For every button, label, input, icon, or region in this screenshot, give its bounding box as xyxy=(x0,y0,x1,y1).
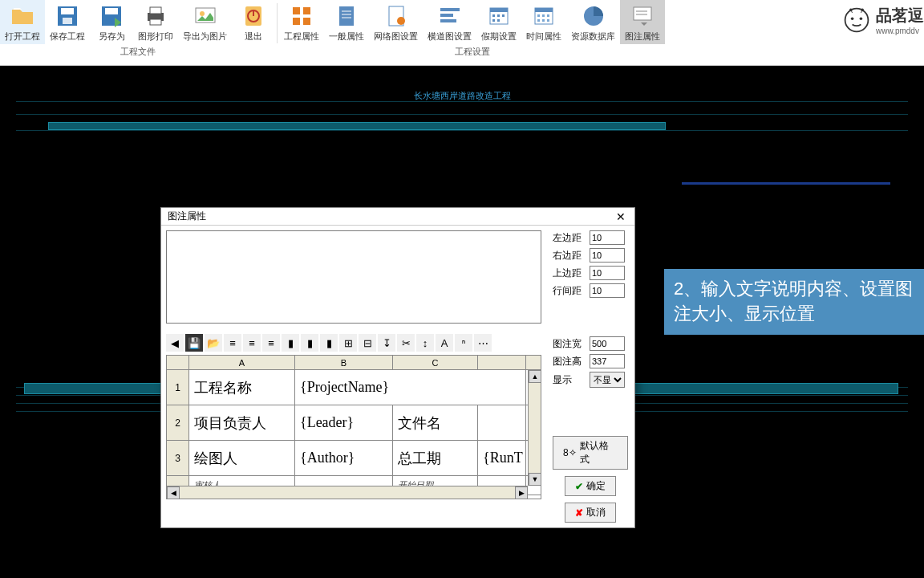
gantt-settings-button[interactable]: 横道图设置 xyxy=(423,0,476,44)
ribbon-toolbar: 打开工程 保存工程 另存为 图形打印 导出为图片 退出 工 xyxy=(0,0,924,66)
export-image-button[interactable]: 导出为图片 xyxy=(178,0,232,44)
gantt-title: 长水塘西岸道路改造工程 xyxy=(414,90,511,102)
svg-rect-40 xyxy=(547,19,549,22)
align-right-icon[interactable]: ≡ xyxy=(262,334,280,352)
time-props-button[interactable]: 时间属性 xyxy=(521,0,566,44)
svg-rect-23 xyxy=(440,8,460,11)
svg-rect-4 xyxy=(105,8,118,14)
save-project-button[interactable]: 保存工程 xyxy=(45,0,90,44)
print-button[interactable]: 图形打印 xyxy=(133,0,178,44)
brand-logo: 品茗逗 www.pmddv xyxy=(842,5,924,35)
svg-rect-6 xyxy=(150,7,161,14)
default-format-button[interactable]: 8✧默认格式 xyxy=(553,436,628,470)
var-icon[interactable]: ⁿ xyxy=(455,334,472,352)
svg-rect-39 xyxy=(542,19,545,22)
scroll-left-icon[interactable]: ◀ xyxy=(167,486,180,499)
col-width-icon[interactable]: ▮ xyxy=(320,334,338,352)
back-icon[interactable]: ◀ xyxy=(166,334,184,352)
open-small-icon[interactable]: 📂 xyxy=(205,334,222,352)
svg-rect-37 xyxy=(547,14,549,17)
sheet-corner xyxy=(167,356,189,369)
wand-icon: 8✧ xyxy=(563,447,577,458)
table-row[interactable]: 2 项目负责人 {Leader} 文件名 xyxy=(167,405,541,441)
instruction-callout: 2、输入文字说明内容、设置图注大小、显示位置 xyxy=(664,269,924,335)
description-textarea[interactable] xyxy=(166,230,541,324)
legend-height-label: 图注高 xyxy=(553,355,586,368)
group-label-settings: 工程设置 xyxy=(455,44,490,59)
save-as-icon xyxy=(99,3,124,29)
save-as-button[interactable]: 另存为 xyxy=(90,0,133,44)
x-icon: ✘ xyxy=(575,507,583,519)
calendar2-icon xyxy=(531,3,557,29)
row-height-icon[interactable]: ↕ xyxy=(416,334,434,352)
right-margin-input[interactable] xyxy=(590,248,625,263)
legend-props-button[interactable]: 图注属性 xyxy=(620,0,665,44)
col-delete-icon[interactable]: ▮ xyxy=(301,334,318,352)
svg-rect-27 xyxy=(490,8,508,12)
general-props-button[interactable]: 一般属性 xyxy=(324,0,369,44)
col-insert-icon[interactable]: ▮ xyxy=(282,334,299,352)
svg-rect-29 xyxy=(497,14,500,17)
left-margin-label: 左边距 xyxy=(553,231,586,245)
svg-rect-7 xyxy=(150,19,161,25)
font-icon[interactable]: A xyxy=(436,334,453,352)
ribbon-divider xyxy=(277,3,278,43)
scroll-up-icon[interactable]: ▲ xyxy=(529,370,541,383)
vertical-scrollbar[interactable]: ▲ ▼ xyxy=(528,370,541,486)
left-margin-input[interactable] xyxy=(590,230,625,245)
legend-properties-dialog: 图注属性 ✕ ◀ 💾 📂 ≡ ≡ ≡ ▮ ▮ ▮ ⊞ ⊟ ↧ xyxy=(160,207,635,528)
table-row[interactable]: 1 工程名称 {ProjectName} xyxy=(167,370,541,405)
svg-point-22 xyxy=(397,17,405,25)
table-row[interactable]: 3 绘图人 {Author} 总工期 {RunT xyxy=(167,441,541,476)
col-header-c[interactable]: C xyxy=(393,356,478,369)
insert-row-icon[interactable]: ↧ xyxy=(378,334,395,352)
open-project-button[interactable]: 打开工程 xyxy=(0,0,45,44)
merge-icon[interactable]: ⊞ xyxy=(339,334,357,352)
svg-rect-15 xyxy=(293,18,300,25)
display-select[interactable]: 不显 xyxy=(590,372,625,388)
project-props-button[interactable]: 工程属性 xyxy=(279,0,324,44)
col-header-d[interactable] xyxy=(478,356,526,369)
legend-table[interactable]: A B C 1 工程名称 {ProjectName} 2 项目负 xyxy=(166,355,541,499)
exit-button[interactable]: 退出 xyxy=(232,0,275,44)
svg-point-9 xyxy=(200,11,205,16)
format-toolbar: ◀ 💾 📂 ≡ ≡ ≡ ▮ ▮ ▮ ⊞ ⊟ ↧ ✂ ↕ A ⁿ ⋯ xyxy=(166,334,541,352)
split-icon[interactable]: ⊟ xyxy=(359,334,376,352)
col-header-a[interactable]: A xyxy=(189,356,295,369)
close-icon[interactable]: ✕ xyxy=(614,210,628,224)
scroll-down-icon[interactable]: ▼ xyxy=(529,473,541,486)
resource-db-button[interactable]: 资源数据库 xyxy=(566,0,620,44)
cancel-button[interactable]: ✘取消 xyxy=(565,503,616,523)
svg-rect-35 xyxy=(537,14,540,17)
align-left-icon[interactable]: ≡ xyxy=(224,334,241,352)
check-icon: ✔ xyxy=(575,481,583,492)
mascot-icon xyxy=(842,6,871,35)
delete-row-icon[interactable]: ✂ xyxy=(397,334,415,352)
dialog-title-text: 图注属性 xyxy=(168,210,206,223)
gantt-icon xyxy=(437,3,463,29)
save-small-icon[interactable]: 💾 xyxy=(185,334,203,352)
ok-button[interactable]: ✔确定 xyxy=(565,476,616,496)
svg-rect-38 xyxy=(537,19,540,22)
svg-rect-17 xyxy=(339,6,354,26)
network-settings-button[interactable]: 网络图设置 xyxy=(369,0,423,44)
line-spacing-input[interactable] xyxy=(590,283,625,298)
document-gear-icon xyxy=(383,3,409,29)
save-icon xyxy=(55,3,80,29)
calendar-icon xyxy=(486,3,512,29)
group-label-file: 工程文件 xyxy=(120,44,156,59)
scroll-right-icon[interactable]: ▶ xyxy=(515,486,528,499)
align-center-icon[interactable]: ≡ xyxy=(243,334,261,352)
top-margin-input[interactable] xyxy=(590,266,625,280)
dialog-titlebar[interactable]: 图注属性 ✕ xyxy=(161,208,634,226)
horizontal-scrollbar[interactable]: ◀ ▶ xyxy=(167,486,528,499)
legend-width-input[interactable] xyxy=(590,336,625,351)
workspace-canvas: 长水塘西岸道路改造工程 图注属性 ✕ ◀ 💾 📂 ≡ ≡ xyxy=(0,66,924,578)
svg-rect-28 xyxy=(492,14,495,17)
top-margin-label: 上边距 xyxy=(553,267,586,280)
legend-height-input[interactable] xyxy=(590,354,625,368)
period-settings-button[interactable]: 假期设置 xyxy=(476,0,521,44)
col-header-b[interactable]: B xyxy=(295,356,393,369)
more-icon[interactable]: ⋯ xyxy=(474,334,492,352)
svg-point-47 xyxy=(860,17,863,20)
